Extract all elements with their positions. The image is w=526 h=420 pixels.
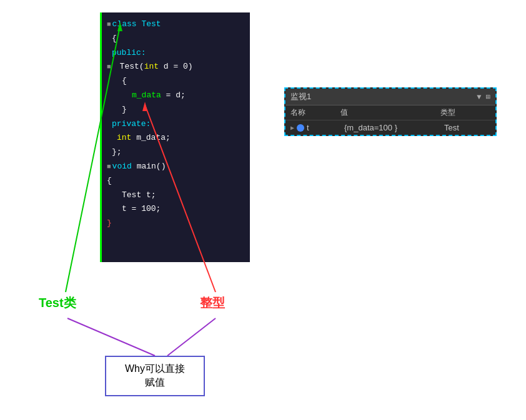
code-line: { [102,174,250,188]
code-editor: ■ class Test { public: ■ Test(int d = 0)… [100,12,250,262]
code-line: }; [102,145,250,160]
code-text: } [107,217,112,230]
svg-line-3 [167,318,216,356]
code-line: m_data = d; [102,89,250,103]
question-text: Why可以直接赋值 [125,363,185,388]
code-text: { [122,75,127,88]
code-line: } [102,103,250,117]
collapse-icon: ■ [107,62,111,73]
watch-var-name: t [307,123,344,132]
label-test-class: Test类 [39,295,76,311]
code-text: }; [112,146,122,159]
watch-panel: 监视1 ▼ ⊞ 名称 值 类型 ▶ t {m_data=100 } Test [284,87,497,136]
watch-pin-icon: ▼ ⊞ [477,92,490,102]
code-line: ■ void main() [102,160,250,174]
watch-row: ▶ t {m_data=100 } Test [285,120,495,135]
code-line: { [102,74,250,89]
watch-col-val: 值 [340,107,440,118]
label-int-type: 整型 [200,295,225,311]
code-text: m_data [132,89,161,102]
object-dot-icon [297,124,304,132]
code-text: t = 100; [122,203,161,216]
code-text: void [112,160,132,173]
code-line: ■ class Test [102,17,250,32]
expand-icon[interactable]: ▶ [290,124,294,132]
code-text: { [112,32,117,46]
collapse-icon: ■ [107,162,111,173]
code-text: public: [112,47,146,60]
watch-col-name: 名称 [290,107,340,118]
code-line: ■ Test(int d = 0) [102,60,250,74]
watch-title: 监视1 [290,91,311,102]
svg-line-2 [67,318,155,356]
code-text: Test t; [122,189,156,202]
code-line: public: [102,46,250,61]
code-text: class Test [112,18,161,31]
watch-header: 监视1 ▼ ⊞ [285,89,495,105]
annotation-overlay [0,0,526,420]
code-text: } [122,104,127,117]
code-line: Test t; [102,188,250,203]
code-text: int [117,132,131,145]
code-text: m_data; [131,132,170,145]
code-text: int [144,61,159,74]
code-text: Test( [120,61,144,74]
code-text: { [107,175,112,188]
watch-var-type: Test [444,123,459,132]
code-line: { [102,32,250,46]
watch-var-value: {m_data=100 } [344,123,444,132]
code-line: } [102,217,250,231]
code-line: private: [102,117,250,132]
question-box: Why可以直接赋值 [105,356,205,396]
code-line: t = 100; [102,202,250,217]
code-text: d = 0) [159,61,193,74]
code-text: = d; [161,89,186,102]
watch-columns: 名称 值 类型 [285,105,495,120]
code-text: main() [132,160,166,173]
code-text: private: [112,118,151,131]
code-line: int m_data; [102,131,250,145]
watch-col-type: 类型 [440,107,455,118]
collapse-icon: ■ [107,19,111,31]
